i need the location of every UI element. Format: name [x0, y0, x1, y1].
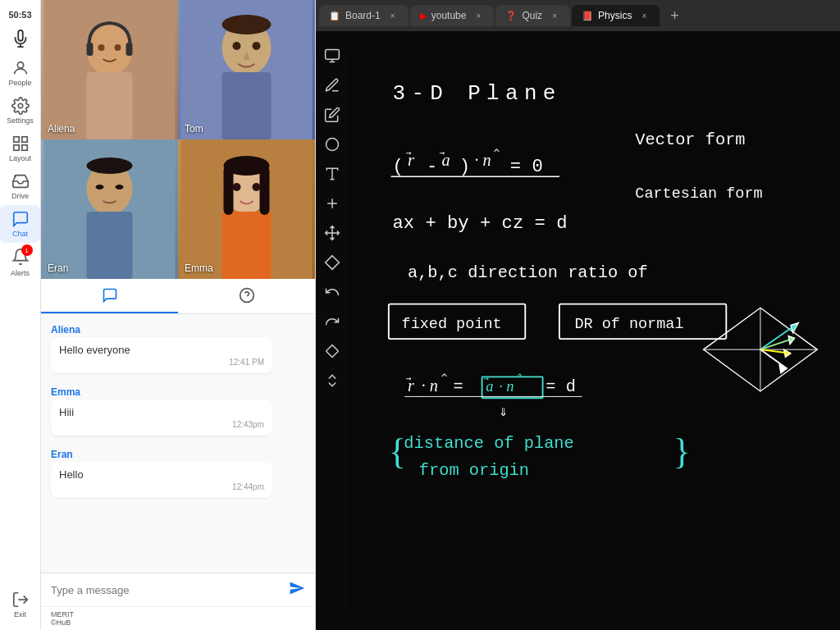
undo-tool[interactable] [319, 279, 345, 305]
svg-text:· n: · n [499, 378, 514, 395]
whiteboard-toolbar [316, 39, 349, 397]
svg-rect-2 [13, 137, 18, 142]
svg-point-23 [87, 158, 133, 174]
svg-text:^: ^ [441, 372, 448, 384]
message-time-1: 12:41 PM [59, 358, 264, 367]
svg-rect-3 [21, 137, 26, 142]
tab-close-youtube[interactable]: × [472, 10, 484, 21]
text-tool[interactable] [319, 161, 345, 187]
tab-label-youtube: youtube [431, 10, 467, 21]
message-sender-3: Eran [51, 449, 305, 460]
tab-questions[interactable] [178, 279, 315, 313]
svg-rect-22 [87, 212, 133, 279]
message-sender-1: Aliena [51, 324, 305, 336]
svg-point-17 [222, 15, 272, 34]
circle-tool[interactable] [319, 131, 345, 158]
video-cell-aliena: Aliena [41, 0, 178, 139]
sidebar-label-settings: Settings [7, 116, 34, 125]
browser-tab-youtube[interactable]: ▶ youtube × [410, 5, 495, 26]
sidebar-item-chat[interactable]: Chat [0, 205, 40, 243]
tab-close-board1[interactable]: × [387, 10, 399, 21]
expand-tool[interactable] [319, 368, 345, 394]
sidebar-item-settings[interactable]: Settings [0, 92, 40, 130]
tab-close-quiz[interactable]: × [549, 10, 560, 21]
svg-point-1 [18, 103, 23, 108]
svg-rect-36 [326, 50, 340, 60]
footer-brand: MERIT ©HuB [41, 606, 315, 630]
svg-text:fixed point: fixed point [402, 316, 502, 333]
svg-rect-16 [222, 72, 272, 139]
browser-tabs-bar: 📋 Board-1 × ▶ youtube × ❓ Quiz × 📕 Physi… [316, 0, 840, 31]
participant-name-tom: Tom [185, 123, 203, 135]
pencil-tool[interactable] [319, 72, 345, 98]
tab-icon-physics: 📕 [582, 11, 593, 21]
message-block-2: Emma Hiii 12:43pm [51, 386, 305, 436]
add-tool[interactable] [319, 190, 345, 217]
participant-name-emma: Emma [185, 262, 213, 274]
svg-text:→: → [406, 373, 412, 384]
svg-point-12 [98, 44, 105, 51]
svg-point-24 [96, 185, 104, 189]
new-tab-button[interactable]: + [664, 6, 684, 25]
sidebar-label-chat: Chat [12, 230, 28, 238]
svg-text:^: ^ [493, 147, 500, 159]
sidebar-item-layout[interactable]: Layout [0, 130, 40, 167]
sidebar-label-exit: Exit [14, 610, 26, 619]
svg-text:=: = [453, 377, 463, 396]
svg-text:a,b,c  direction ratio of: a,b,c direction ratio of [408, 263, 648, 282]
video-cell-tom: Tom [178, 0, 315, 139]
tab-icon-quiz: ❓ [505, 11, 517, 21]
participant-name-eran: Eran [48, 262, 68, 274]
chat-messages: Aliena Hello everyone 12:41 PM Emma Hiii… [41, 314, 315, 573]
send-button[interactable] [289, 580, 305, 600]
participant-name-aliena: Aliena [48, 123, 75, 135]
message-bubble-3: Hello 12:44pm [51, 462, 272, 498]
svg-text:): ) [459, 157, 470, 177]
shape-tool[interactable] [319, 249, 345, 276]
panel-tabs [41, 279, 315, 314]
message-time-3: 12:44pm [59, 482, 264, 491]
edit-tool[interactable] [319, 102, 345, 128]
svg-text:}: } [673, 431, 691, 472]
sidebar-label-alerts: Alerts [11, 269, 30, 277]
tab-chat[interactable] [41, 279, 178, 313]
svg-point-18 [233, 42, 241, 50]
svg-text:-: - [427, 157, 437, 177]
video-cell-eran: Eran [41, 139, 178, 279]
svg-point-25 [116, 185, 124, 189]
sidebar-item-drive[interactable]: Drive [0, 167, 40, 205]
message-block-1: Aliena Hello everyone 12:41 PM [51, 324, 305, 373]
navigate-tool[interactable] [319, 338, 345, 364]
browser-tab-physics[interactable]: 📕 Physics × [572, 5, 660, 26]
sidebar-item-people[interactable]: People [0, 54, 40, 92]
message-time-2: 12:43pm [59, 420, 264, 429]
svg-text:Vector form: Vector form [635, 130, 745, 149]
svg-text:→: → [440, 148, 445, 158]
mic-button[interactable] [0, 26, 40, 51]
svg-text:= d: = d [546, 377, 576, 396]
redo-tool[interactable] [319, 308, 345, 335]
browser-tab-quiz[interactable]: ❓ Quiz × [495, 5, 570, 26]
svg-text:→: → [406, 148, 412, 158]
svg-text:Cartesian form: Cartesian form [635, 185, 762, 203]
sidebar-item-alerts[interactable]: 1 Alerts [0, 243, 40, 282]
sidebar-label-layout: Layout [9, 154, 31, 162]
svg-rect-10 [87, 43, 94, 56]
screen-share-tool[interactable] [319, 43, 345, 69]
blackboard-area: 3-D Plane Vector form ( r → - a → ) · n … [316, 31, 840, 630]
svg-text:ax + by + cz = d: ax + by + cz = d [392, 213, 567, 234]
move-tool[interactable] [319, 220, 345, 246]
browser-tab-board1[interactable]: 📋 Board-1 × [319, 5, 409, 26]
message-text-2: Hiii [59, 406, 74, 418]
sidebar-label-drive: Drive [11, 192, 29, 200]
blackboard-svg: 3-D Plane Vector form ( r → - a → ) · n … [347, 31, 840, 630]
message-input[interactable] [51, 584, 282, 596]
message-text-1: Hello everyone [59, 344, 130, 356]
sidebar-item-exit[interactable]: Exit [0, 586, 40, 623]
video-cell-emma: Emma [178, 139, 315, 279]
time-display: 50:53 [8, 7, 31, 26]
tab-label-board1: Board-1 [345, 10, 381, 21]
tab-close-physics[interactable]: × [638, 10, 650, 21]
svg-text:= 0: = 0 [510, 157, 543, 177]
svg-rect-5 [21, 145, 26, 150]
